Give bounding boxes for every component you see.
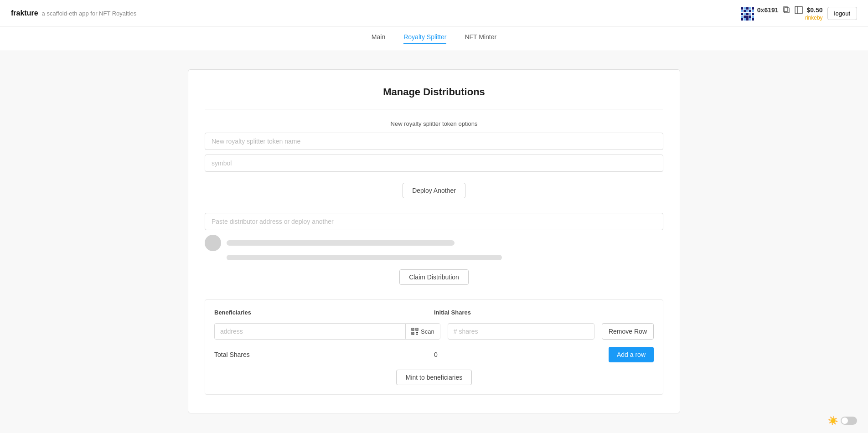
main-nav: Main Royalty Splitter NFT Minter [0,27,868,51]
header-right: 0x6191 $0.50 rinkeby logout [741,5,857,21]
total-shares-value: 0 [434,351,562,358]
total-shares-label: Total Shares [214,351,427,358]
svg-rect-9 [413,333,413,334]
address-input-wrapper: Scan [214,323,440,340]
svg-rect-7 [417,329,418,330]
loading-row [205,235,663,251]
wallet-address: 0x6191 [757,6,779,14]
claim-distribution-button[interactable]: Claim Distribution [399,269,469,285]
svg-rect-0 [784,8,789,13]
nav-item-nft-minter[interactable]: NFT Minter [465,33,496,44]
col-shares: Initial Shares [434,309,566,316]
box-icon[interactable] [794,5,803,15]
svg-rect-5 [413,329,413,330]
balance: $0.50 [807,6,823,14]
deploy-another-button[interactable]: Deploy Another [403,183,465,198]
col-actions [566,309,654,316]
section-label: New royalty splitter token options [205,120,663,127]
svg-rect-11 [417,332,418,333]
manage-distributions-card: Manage Distributions New royalty splitte… [188,69,680,413]
distributor-input[interactable] [205,213,663,230]
bottom-bar: ☀️ [828,416,857,426]
logout-button[interactable]: logout [827,7,857,20]
shares-input[interactable] [448,323,594,340]
claim-distribution-section: Claim Distribution [205,269,663,285]
app-name: frakture [11,9,38,17]
wallet-area: 0x6191 $0.50 rinkeby [757,5,823,21]
address-input[interactable] [215,324,405,339]
header-left: frakture a scaffold-eth app for NFT Roya… [11,9,136,17]
theme-toggle[interactable]: ☀️ [828,416,857,426]
table-header: Beneficiaries Initial Shares [214,309,654,316]
beneficiaries-table-section: Beneficiaries Initial Shares [205,299,663,395]
nav-item-royalty-splitter[interactable]: Royalty Splitter [403,33,446,44]
loading-bar-short [227,255,502,260]
copy-icon[interactable] [782,6,790,14]
totals-row: Total Shares 0 Add a row [214,347,654,362]
loading-bar-long [227,240,455,246]
loading-row-2 [205,255,663,260]
mint-button[interactable]: Mint to beneficiaries [396,370,472,385]
header: frakture a scaffold-eth app for NFT Roya… [0,0,868,27]
app-subtitle: a scaffold-eth app for NFT Royalties [42,10,137,17]
card-title: Manage Distributions [205,86,663,98]
qr-scan-icon [411,328,418,335]
scan-label: Scan [421,328,434,335]
wallet-icon [741,7,753,19]
sun-icon: ☀️ [828,416,838,426]
totals-actions: Add a row [569,347,654,362]
symbol-input[interactable] [205,155,663,172]
svg-rect-2 [795,6,802,14]
col-beneficiaries: Beneficiaries [214,309,434,316]
token-name-input[interactable] [205,133,663,150]
nav-item-main[interactable]: Main [372,33,385,44]
mint-section: Mint to beneficiaries [214,370,654,385]
scan-button[interactable]: Scan [405,324,440,339]
wallet-top: 0x6191 $0.50 [757,5,823,15]
remove-row-button[interactable]: Remove Row [602,323,654,340]
distributor-section [205,213,663,260]
svg-rect-12 [416,334,418,335]
toggle-thumb [842,418,848,424]
toggle-track[interactable] [841,417,857,425]
main-content: Manage Distributions New royalty splitte… [0,51,868,432]
network-badge: rinkeby [805,15,823,21]
table-row: Scan Remove Row [214,323,654,340]
add-row-button[interactable]: Add a row [609,347,654,362]
loading-avatar [205,235,221,251]
divider-1 [205,109,663,109]
svg-rect-10 [416,332,417,333]
